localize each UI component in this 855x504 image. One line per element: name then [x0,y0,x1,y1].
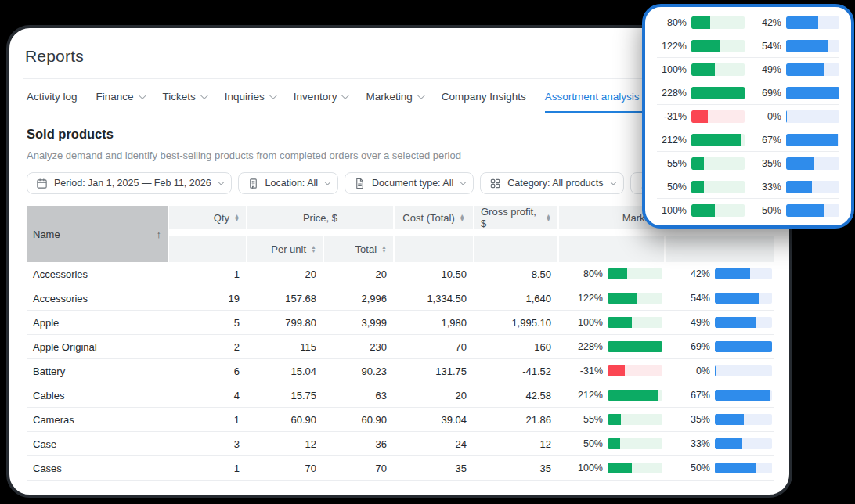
margin-bar [715,438,772,449]
chevron-down-icon [324,178,330,185]
markup-value: -31% [580,365,603,376]
cell-margin: 0% [666,365,774,376]
margin-value: 0% [696,365,710,376]
table-row[interactable]: Case 3 12 36 24 12 50% 33% [27,432,774,456]
filter-pill-period[interactable]: Period: Jan 1, 2025 — Feb 11, 2026 [27,172,232,194]
sort-icon [460,214,465,221]
tab-company-insights[interactable]: Company Insights [442,79,526,113]
cell-markup: 50% [559,438,664,449]
tab-label: Tickets [163,91,196,103]
column-header-gross-profit[interactable]: Gross profit, $ [474,206,557,229]
header-spacer-margin [666,236,774,262]
tab-inquiries[interactable]: Inquiries [225,79,275,113]
column-header-per-unit[interactable]: Per unit [247,236,323,262]
cell-total: 90.23 [324,365,393,377]
cell-qty: 6 [169,365,246,377]
tab-inventory[interactable]: Inventory [294,79,348,113]
cell-markup: 100% [559,317,664,328]
markup-bar [691,110,745,123]
table-row[interactable]: Cases 1 70 70 35 35 100% 50% [27,456,774,481]
tab-tickets[interactable]: Tickets [163,79,206,113]
margin-value: 50% [691,463,710,473]
markup-value: 122% [657,41,687,52]
table-row[interactable]: Cameras 1 60.90 60.90 39.04 21.86 55% 35… [27,408,774,432]
cell-gross-profit: 8.50 [474,268,557,280]
filter-pill-category[interactable]: Category: All products [480,172,623,194]
markup-value: 80% [583,268,603,279]
table-row[interactable]: Apple 5 799.80 3,999 1,980 1,995.10 100%… [27,311,774,335]
cell-name: Cables [27,390,168,401]
cell-gross-profit: -41.52 [474,365,557,377]
cell-gross-profit: 35 [474,463,557,474]
chevron-down-icon [460,178,466,185]
tab-label: Assortment analysis [545,91,640,103]
margin-bar [715,390,772,401]
margin-value: 50% [753,205,781,216]
cell-markup: 122% [559,293,664,304]
cell-name: Cameras [27,414,168,426]
tab-activity-log[interactable]: Activity log [27,79,78,113]
cell-markup: 212% [559,390,664,401]
margin-value: 67% [691,390,710,401]
markup-bar [691,204,745,217]
markup-bar [608,414,662,425]
margin-value: 42% [691,268,710,279]
cell-gross-profit: 21.86 [474,414,557,426]
column-header-total[interactable]: Total [324,236,393,262]
margin-value: 54% [753,41,781,52]
cell-gross-profit: 1,640 [474,293,557,304]
table-row[interactable]: Battery 6 15.04 90.23 131.75 -41.52 -31%… [27,359,774,383]
markup-value: 55% [657,158,687,169]
markup-value: 50% [657,182,687,193]
margin-value: 67% [753,135,781,146]
cell-margin: 69% [666,341,774,352]
table-row[interactable]: Apple Original 2 115 230 70 160 228% 69% [27,335,774,359]
cell-total: 36 [324,438,393,450]
column-header-cost[interactable]: Cost (Total) [395,206,473,229]
callout-row: 228% 69% [657,81,839,105]
tab-assortment-analysis[interactable]: Assortment analysis [545,79,650,113]
margin-value: 35% [691,414,710,425]
tab-label: Inventory [294,91,337,103]
cell-total: 70 [324,463,393,474]
cell-margin: 35% [666,414,774,425]
tab-finance[interactable]: Finance [96,79,144,113]
margin-bar [786,157,839,170]
calendar-icon [36,178,48,189]
column-header-qty[interactable]: Qty [169,206,246,229]
markup-bar [691,40,745,52]
callout-row: 100% 50% [657,199,839,221]
markup-value: 100% [657,205,687,216]
callout-rows: 80% 42% 122% 54% 100% 49% 228% [657,11,839,221]
margin-bar [715,268,772,279]
chevron-down-icon [139,92,146,99]
cell-per-unit: 799.80 [247,317,323,329]
cell-margin: 42% [666,268,774,279]
markup-bar [608,438,662,449]
cell-name: Cases [27,463,168,474]
cell-markup: -31% [559,365,664,376]
callout-row: 80% 42% [657,11,839,34]
building-icon [247,178,259,189]
filter-pill-document-type[interactable]: Document type: All [345,172,474,194]
cell-per-unit: 115 [247,341,323,353]
markup-bar [691,63,745,76]
margin-bar [786,181,839,193]
table-row[interactable]: Cables 4 15.75 63 20 42.58 212% 67% [27,383,774,408]
header-spacer-gross-profit [474,236,557,262]
cell-name: Apple [27,317,168,329]
margin-bar [715,317,772,328]
markup-bar [608,317,662,328]
cell-qty: 1 [169,414,246,426]
markup-bar [608,463,662,473]
sort-icon [234,214,240,221]
table-row[interactable]: Accessories 19 157.68 2,996 1,334.50 1,6… [27,286,774,311]
callout-row: 100% 49% [657,58,839,81]
tab-marketing[interactable]: Marketing [366,79,422,113]
margin-bar [715,414,772,425]
filter-pill-location[interactable]: Location: All [238,172,338,194]
markup-value: 100% [578,317,603,328]
column-header-name[interactable]: Name [27,206,168,262]
margin-value: 69% [753,88,781,99]
table-row[interactable]: Accessories 1 20 20 10.50 8.50 80% 42% [27,262,774,286]
